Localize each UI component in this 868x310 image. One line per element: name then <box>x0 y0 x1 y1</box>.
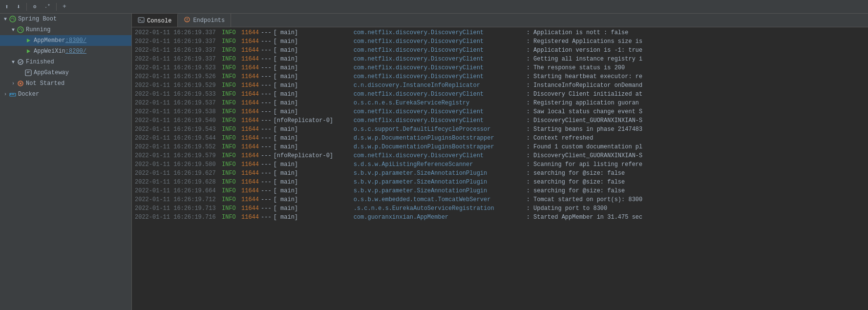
log-level: INFO <box>222 90 239 99</box>
log-sep: --- <box>261 151 272 160</box>
main-layout: ▼Spring Boot▼RunningAppMember:8300/AppWe… <box>0 14 868 310</box>
plus-icon[interactable]: + <box>60 2 69 12</box>
log-thread: [ main] <box>274 134 352 143</box>
log-class: c.n.discovery.InstanceInfoReplicator <box>354 81 525 90</box>
log-pid: 11644 <box>241 151 259 160</box>
sidebar-item-spring-boot[interactable]: ▼Spring Boot <box>0 14 131 24</box>
log-sep: --- <box>261 125 272 134</box>
scroll-down-icon[interactable]: ⬇ <box>14 2 23 12</box>
log-thread: [ main] <box>274 213 352 222</box>
log-row: 2022-01-11 16:26:19.544 INFO 11644 --- [… <box>132 134 868 143</box>
log-timestamp: 2022-01-11 16:26:19.337 <box>135 46 218 55</box>
sidebar-item-appweixin[interactable]: AppWeiXin:8200/ <box>0 46 131 57</box>
gateway-icon <box>24 69 32 77</box>
log-pid: 11644 <box>241 116 259 125</box>
sidebar-item-finished[interactable]: ▼Finished <box>0 57 131 67</box>
log-timestamp: 2022-01-11 16:26:19.337 <box>135 37 218 46</box>
log-sep: --- <box>261 134 272 143</box>
log-level: INFO <box>222 143 239 151</box>
log-class: o.s.b.w.embedded.tomcat.TomcatWebServer <box>354 195 525 204</box>
svg-point-2 <box>18 60 23 64</box>
log-class: com.netflix.discovery.DiscoveryClient <box>354 116 525 125</box>
toolbar: ⬆ ⬇ ⚙ .* + <box>0 0 868 14</box>
log-timestamp: 2022-01-11 16:26:19.529 <box>135 81 218 90</box>
sidebar-item-appmember[interactable]: AppMember:8300/ <box>0 35 131 46</box>
log-thread: [nfoReplicator-0] <box>274 116 352 125</box>
sidebar-item-running[interactable]: ▼Running <box>0 24 131 35</box>
log-class: o.s.c.n.e.s.EurekaServiceRegistry <box>354 99 525 107</box>
sidebar-item-notstarted[interactable]: ›Not Started <box>0 78 131 89</box>
log-timestamp: 2022-01-11 16:26:19.552 <box>135 143 218 151</box>
log-row: 2022-01-11 16:26:19.579 INFO 11644 --- [… <box>132 151 868 160</box>
svg-rect-10 <box>10 94 11 95</box>
log-thread: [ main] <box>274 72 352 81</box>
tab-endpoints[interactable]: Endpoints <box>178 14 231 27</box>
log-message: : The response status is 200 <box>527 63 625 72</box>
log-message: : searching for @size: false <box>527 169 625 178</box>
log-row: 2022-01-11 16:26:19.337 INFO 11644 --- [… <box>132 46 868 55</box>
log-level: INFO <box>222 99 239 107</box>
log-sep: --- <box>261 186 272 195</box>
log-sep: --- <box>261 169 272 178</box>
log-pid: 11644 <box>241 72 259 81</box>
scroll-up-icon[interactable]: ⬆ <box>2 2 12 12</box>
log-class: com.netflix.discovery.DiscoveryClient <box>354 72 525 81</box>
tree-label-notstarted: Not Started <box>26 80 64 87</box>
log-thread: [ main] <box>274 178 352 186</box>
log-level: INFO <box>222 134 239 143</box>
log-sep: --- <box>261 99 272 107</box>
tree-label-docker: Docker <box>18 91 39 98</box>
log-class: s.b.v.p.parameter.SizeAnnotationPlugin <box>354 186 525 195</box>
log-timestamp: 2022-01-11 16:26:19.628 <box>135 178 218 186</box>
log-pid: 11644 <box>241 46 259 55</box>
log-row: 2022-01-11 16:26:19.537 INFO 11644 --- [… <box>132 99 868 107</box>
log-area: 2022-01-11 16:26:19.337 INFO 11644 --- [… <box>132 27 868 310</box>
log-level: INFO <box>222 63 239 72</box>
run-icon <box>24 37 32 44</box>
log-timestamp: 2022-01-11 16:26:19.716 <box>135 213 218 222</box>
log-level: INFO <box>222 107 239 116</box>
tab-bar: ConsoleEndpoints <box>132 14 868 27</box>
sidebar: ▼Spring Boot▼RunningAppMember:8300/AppWe… <box>0 14 132 310</box>
log-message: : Getting all instance registry i <box>527 55 643 63</box>
sidebar-item-appgateway[interactable]: AppGateway <box>0 67 131 78</box>
log-level: INFO <box>222 81 239 90</box>
log-sep: --- <box>261 63 272 72</box>
content-pane: ConsoleEndpoints 2022-01-11 16:26:19.337… <box>132 14 868 310</box>
tree-arrow-finished: ▼ <box>10 60 17 65</box>
log-message: : Discovery Client initialized at <box>527 90 643 99</box>
log-pid: 11644 <box>241 90 259 99</box>
log-thread: [ main] <box>274 37 352 46</box>
log-level: INFO <box>222 169 239 178</box>
log-row: 2022-01-11 16:26:19.543 INFO 11644 --- [… <box>132 125 868 134</box>
log-class: d.s.w.p.DocumentationPluginsBootstrapper <box>354 143 525 151</box>
log-class: s.b.v.p.parameter.SizeAnnotationPlugin <box>354 178 525 186</box>
log-level: INFO <box>222 195 239 204</box>
svg-point-0 <box>10 16 16 22</box>
log-level: INFO <box>222 37 239 46</box>
log-sep: --- <box>261 107 272 116</box>
log-row: 2022-01-11 16:26:19.526 INFO 11644 --- [… <box>132 72 868 81</box>
svg-point-1 <box>18 27 23 33</box>
log-timestamp: 2022-01-11 16:26:19.713 <box>135 204 218 213</box>
log-pid: 11644 <box>241 134 259 143</box>
log-thread: [ main] <box>274 55 352 63</box>
tab-console[interactable]: Console <box>132 14 178 27</box>
notstarted-icon <box>17 80 24 87</box>
tree-arrow-notstarted: › <box>10 81 17 86</box>
log-level: INFO <box>222 186 239 195</box>
tree-label-appmember: AppMember <box>34 37 65 44</box>
log-class: com.netflix.discovery.DiscoveryClient <box>354 46 525 55</box>
log-row: 2022-01-11 16:26:19.540 INFO 11644 --- [… <box>132 116 868 125</box>
svg-rect-11 <box>12 94 13 95</box>
log-sep: --- <box>261 178 272 186</box>
log-pid: 11644 <box>241 143 259 151</box>
log-sep: --- <box>261 143 272 151</box>
log-timestamp: 2022-01-11 16:26:19.627 <box>135 169 218 178</box>
regex-icon[interactable]: .* <box>42 2 53 12</box>
filter-icon[interactable]: ⚙ <box>30 2 40 12</box>
log-pid: 11644 <box>241 186 259 195</box>
sidebar-item-docker[interactable]: ›Docker <box>0 89 131 100</box>
tree-port-appweixin[interactable]: :8200/ <box>65 48 86 55</box>
tree-port-appmember[interactable]: :8300/ <box>65 37 86 44</box>
